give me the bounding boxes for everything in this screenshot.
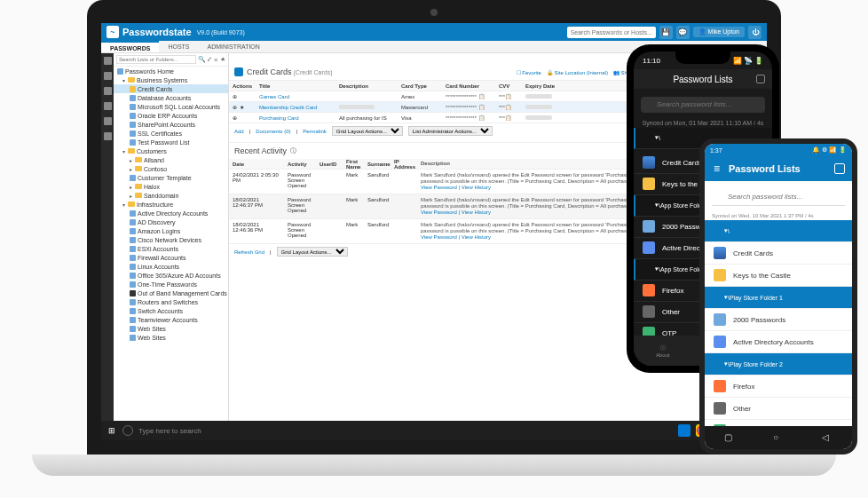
col-userid[interactable]: UserID — [316, 162, 343, 167]
rail-icon[interactable] — [104, 72, 112, 80]
tree-folder[interactable]: ▾Business Systems — [114, 75, 228, 84]
lock-icon[interactable] — [834, 163, 845, 174]
tree-item[interactable]: Customer Template — [114, 173, 228, 182]
list-item[interactable]: 2000 Passwords — [705, 309, 852, 331]
android-search-input[interactable] — [712, 188, 845, 206]
col-title[interactable]: Title — [256, 83, 335, 89]
tree-item[interactable]: Switch Accounts — [114, 306, 228, 315]
tree-item[interactable]: Linux Accounts — [114, 262, 228, 271]
add-link[interactable]: Add — [234, 129, 244, 134]
site-location-link[interactable]: 🔒 Site Location (Internal) — [547, 69, 608, 75]
col-firstname[interactable]: First Name — [343, 159, 364, 170]
tree-item[interactable]: Test Password List — [114, 138, 228, 146]
tree-item[interactable]: Web Sites — [114, 324, 228, 333]
save-icon[interactable]: 💾 — [659, 26, 673, 39]
view-password-link[interactable]: View Password — [421, 234, 457, 240]
logout-icon[interactable]: ⏻ — [748, 26, 761, 39]
star-icon[interactable]: ★ — [220, 56, 225, 63]
menu-icon[interactable]: ≡ — [714, 162, 720, 175]
tree-item[interactable]: Oracle ERP Accounts — [114, 111, 228, 120]
col-activity[interactable]: Activity — [284, 162, 316, 167]
tree-item-credit-cards[interactable]: Credit Cards — [114, 84, 228, 93]
list-item[interactable]: Credit Cards — [705, 242, 852, 265]
list-item[interactable]: OTP — [705, 420, 852, 426]
grid-layout-select[interactable]: Grid Layout Actions... — [277, 247, 348, 257]
view-password-link[interactable]: View Password — [421, 185, 457, 190]
grid-layout-select[interactable]: Grid Layout Actions... — [332, 126, 403, 136]
tree-folder[interactable]: ▸Sanddomain — [114, 191, 228, 200]
taskbar-search[interactable]: Type here to search — [138, 427, 245, 435]
tree-item[interactable]: Active Directory Accounts — [114, 209, 228, 217]
favorite-checkbox[interactable]: ☐ Favorite — [517, 69, 541, 75]
tree-item[interactable]: Web Sites — [114, 333, 228, 342]
rail-icon[interactable] — [104, 132, 112, 140]
rail-icon[interactable] — [104, 117, 112, 125]
tree-item[interactable]: ESXi Accounts — [114, 244, 228, 253]
collapse-icon[interactable]: ≡ — [214, 57, 218, 63]
tree-item[interactable]: Database Accounts — [114, 93, 228, 102]
info-icon[interactable]: ⓘ — [290, 146, 296, 155]
tab-administration[interactable]: ADMINISTRATION — [199, 41, 269, 52]
row-action-icon[interactable]: ⊕ — [229, 93, 256, 99]
documents-link[interactable]: Documents (0) — [256, 129, 290, 134]
list-admin-select[interactable]: List Administrator Actions... — [408, 126, 493, 136]
start-icon[interactable]: ⊞ — [107, 425, 117, 436]
col-description[interactable]: Description — [335, 83, 398, 89]
tree-folder[interactable]: ▾Customers — [114, 146, 228, 155]
tree-folder[interactable]: ▾Infrastructure — [114, 200, 228, 209]
view-history-link[interactable]: View History — [462, 185, 491, 190]
tree-item[interactable]: Out of Band Management Cards — [114, 289, 228, 297]
current-user[interactable]: 👤 Mike Upton — [693, 27, 745, 37]
tree-search-input[interactable] — [116, 55, 196, 64]
row-title[interactable]: Games Card — [256, 94, 335, 99]
home-icon[interactable]: ○ — [773, 432, 784, 443]
col-cardtype[interactable]: Card Type — [398, 83, 442, 89]
list-folder[interactable]: ▾ \Play Store Folder 2 — [705, 353, 852, 375]
tree-item[interactable]: Amazon Logins — [114, 226, 228, 235]
tree-item[interactable]: Cisco Network Devices — [114, 235, 228, 244]
tree-item[interactable]: One-Time Passwords — [114, 280, 228, 289]
notifications-icon[interactable]: 💬 — [676, 26, 690, 39]
col-expiry[interactable]: Expiry Date — [522, 83, 566, 89]
tree-item[interactable]: Teamviewer Accounts — [114, 315, 228, 324]
col-cvv[interactable]: CVV — [495, 83, 522, 89]
tree-item[interactable]: Firewall Accounts — [114, 253, 228, 262]
tab-hosts[interactable]: HOSTS — [159, 41, 198, 52]
android-root-folder[interactable]: ▾ \ — [705, 220, 852, 242]
global-search-input[interactable] — [567, 27, 656, 38]
tree-item[interactable]: SSL Certificates — [114, 129, 228, 138]
expand-icon[interactable]: ⤢ — [207, 56, 212, 63]
list-item[interactable]: Active Directory Accounts — [705, 331, 852, 353]
tab-passwords[interactable]: PASSWORDS — [101, 41, 159, 52]
search-icon[interactable]: 🔍 — [198, 56, 205, 63]
tree-item[interactable]: Microsoft SQL Local Accounts — [114, 102, 228, 111]
outlook-icon[interactable] — [678, 424, 690, 437]
view-history-link[interactable]: View History — [462, 234, 491, 240]
row-action-icon[interactable]: ⊕ — [229, 115, 256, 121]
tree-folder[interactable]: ▸Allsand — [114, 155, 228, 164]
view-password-link[interactable]: View Password — [421, 209, 457, 215]
list-item[interactable]: Other — [705, 398, 852, 420]
col-ip[interactable]: IP Address — [391, 159, 417, 170]
list-folder[interactable]: ▾ \Play Store Folder 1 — [705, 287, 852, 309]
col-surname[interactable]: Surname — [364, 162, 391, 167]
tree-item[interactable]: Routers and Switches — [114, 297, 228, 306]
cortana-icon[interactable] — [122, 425, 133, 436]
tab-about[interactable]: ⓘAbout — [656, 344, 670, 358]
row-action-icon[interactable]: ⊕ ★ — [229, 104, 256, 110]
list-item[interactable]: Firefox — [705, 375, 852, 398]
refresh-grid-link[interactable]: Refresh Grid — [234, 249, 264, 255]
tree-item[interactable]: SharePoint Accounts — [114, 120, 228, 129]
row-title[interactable]: Purchasing Card — [256, 115, 335, 121]
recent-icon[interactable]: ▢ — [724, 432, 735, 443]
row-title[interactable]: Membership Credit Card — [256, 105, 335, 110]
col-cardnumber[interactable]: Card Number — [442, 83, 495, 89]
rail-icon[interactable] — [104, 102, 112, 110]
back-icon[interactable]: ◁ — [822, 432, 832, 443]
tree-item[interactable]: Office 365/Azure AD Accounts — [114, 271, 228, 280]
tree-folder[interactable]: ▸Halox — [114, 182, 228, 191]
iphone-search-input[interactable] — [641, 97, 765, 113]
rail-icon[interactable] — [104, 87, 112, 95]
tree-item[interactable]: AD Discovery — [114, 217, 228, 226]
lock-icon[interactable] — [756, 75, 765, 83]
